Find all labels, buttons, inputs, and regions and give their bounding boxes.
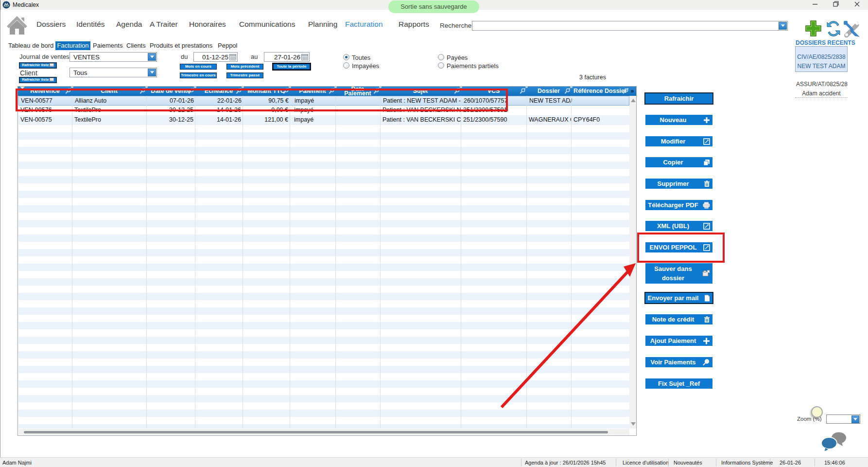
col-header-reference-dossier[interactable]: Référence Dossier [571,87,629,96]
tab-facturation[interactable]: Facturation [55,41,90,50]
col-header-sujet[interactable]: Sujet [380,87,461,96]
fix-sujet-ref-button[interactable]: Fix Sujet _Ref [645,378,712,389]
recent-dossier-item-selected[interactable]: CIV/AE/0825/2838 NEW TEST ADAM [795,46,848,72]
col-header-reference[interactable]: Référence [18,87,72,96]
mois-en-cours-button[interactable]: Mois en cours [180,64,217,70]
settings-tools-icon[interactable] [842,19,861,38]
copier-button[interactable]: Copier [645,157,712,167]
filter-loupe-icon[interactable] [623,88,628,94]
scroll-up-icon[interactable] [631,99,636,102]
nav-item-honoraires[interactable]: Honoraires [189,20,226,29]
note-de-credit-button[interactable]: Note de crédit [645,314,712,324]
supprimer-button[interactable]: Supprimer [645,179,712,189]
journal-de-ventes-select[interactable]: VENTES [69,52,157,62]
nav-item-communications[interactable]: Communications [239,20,295,29]
ajout-paiement-button[interactable]: Ajout Paiement [645,336,712,346]
status-informations-systeme[interactable]: Informations Système [721,460,773,466]
status-separator [770,459,770,467]
radio-payees[interactable] [438,54,444,60]
rafraichir-liste-client-button[interactable]: Rafraichir liste [19,77,57,83]
tab-produits-et-prestations[interactable]: Produits et prestations [150,41,212,50]
filter-loupe-icon[interactable] [236,88,242,94]
recent-dossier-name[interactable]: Adam accident [796,90,847,97]
tab-tableau-de-bord[interactable]: Tableau de bord [8,41,53,50]
rafraichir-liste-journal-button[interactable]: Rafraichir liste [19,62,57,69]
cell-reference-dossier [572,106,629,115]
nav-item-identites[interactable]: Identités [76,20,105,29]
filter-loupe-icon[interactable] [140,88,145,94]
status-nouveautes[interactable]: Nouveautés [674,460,702,466]
tab-peppol[interactable]: Peppol [218,41,237,50]
col-header-client[interactable]: Client [72,87,146,96]
vertical-scrollbar[interactable] [629,96,636,429]
calendar-icon[interactable] [301,54,308,60]
nav-item-dossiers[interactable]: Dossiers [36,20,66,29]
add-dossier-icon[interactable] [804,19,823,38]
radio-impayees[interactable] [343,62,349,69]
trimestre-en-cours-button[interactable]: Trimestre en cours [180,72,217,78]
more-columns-indicator[interactable]: » [628,87,635,96]
nav-item-a-traiter[interactable]: A Traiter [150,20,178,29]
tab-clients[interactable]: Clients [126,41,146,50]
chat-bubbles-icon[interactable] [819,431,850,452]
tab-paiements[interactable]: Paiements [93,41,122,50]
status-licence[interactable]: Licence d'utilisation [623,460,669,466]
filter-loupe-icon[interactable] [66,88,71,94]
filter-loupe-icon[interactable] [374,88,379,94]
refresh-icon[interactable] [825,20,842,37]
rafraichir-button[interactable]: Rafraichir [645,93,712,104]
col-header-vcs[interactable]: VCS [461,87,526,96]
date-du-input[interactable]: 01-12-25 [193,52,238,62]
table-row[interactable]: VEN-00576 TextilePro 30-12-25 14-01-26 0… [18,106,629,115]
col-header-montant-ttc[interactable]: Montant TTC [243,87,290,96]
col-header-dossier[interactable]: Dossier [526,87,571,96]
modifier-button[interactable]: Modifier [645,136,712,146]
calendar-icon[interactable] [229,54,236,60]
journal-dropdown-button[interactable] [148,53,156,61]
client-dropdown-button[interactable] [148,69,156,76]
maximize-button[interactable] [829,1,843,9]
radio-paiements-partiels[interactable] [438,62,444,69]
table-row[interactable]: VEN-00577 Allianz Auto 07-01-26 22-01-26… [18,96,629,106]
minimize-button[interactable] [808,1,822,9]
scroll-down-icon[interactable] [631,422,636,426]
mois-precedent-button[interactable]: Mois précédent [226,64,263,70]
zoom-select[interactable] [826,414,860,424]
filter-loupe-icon[interactable] [565,88,570,94]
search-dropdown-button[interactable] [779,22,787,30]
recent-dossier-ref[interactable]: ASSUR/AT/0825/28 [796,81,847,88]
home-icon[interactable] [5,13,29,36]
nav-item-agenda[interactable]: Agenda [116,20,142,29]
date-au-input[interactable]: 27-01-26 [264,52,310,62]
zoom-slider-knob[interactable] [811,406,823,418]
filter-loupe-icon[interactable] [329,88,334,94]
nouveau-button[interactable]: Nouveau [645,115,712,125]
filter-loupe-icon[interactable] [520,88,525,94]
nav-item-rapports[interactable]: Rapports [399,20,429,29]
col-header-date-de-vente[interactable]: Date de vente [146,87,195,96]
radio-toutes[interactable] [343,54,349,60]
filter-loupe-icon[interactable] [189,88,194,94]
voir-paiements-button[interactable]: Voir Paiements [645,357,712,367]
envoi-peppol-button[interactable]: ENVOI PEPPOL [645,242,712,252]
filter-loupe-icon[interactable] [283,88,289,94]
table-row[interactable]: VEN-00575 TextilePro 30-12-25 14-01-26 1… [18,115,629,125]
telecharger-pdf-button[interactable]: Télécharger PDF [645,200,712,210]
nav-item-planning[interactable]: Planning [308,20,337,29]
col-header-paiement[interactable]: Paiement [290,87,335,96]
zoom-dropdown-button[interactable] [851,415,859,423]
horizontal-scrollbar[interactable] [18,429,629,435]
sauver-dans-dossier-button[interactable]: Sauver dans dossier [645,263,712,284]
xml-ubl-button[interactable]: XML (UBL) [645,221,712,231]
horizontal-scroll-thumb[interactable] [24,431,608,433]
search-input[interactable] [472,21,788,31]
close-button[interactable] [850,1,864,9]
toute-la-periode-button[interactable]: Toute la période [273,64,310,70]
col-header-echeance[interactable]: Echéance [195,87,243,96]
col-header-date-paiement[interactable]: Date Paiement [335,87,380,96]
client-select[interactable]: Tous [69,68,157,77]
nav-item-facturation[interactable]: Facturation [345,20,383,29]
envoyer-par-mail-button[interactable]: Envoyer par mail [645,293,712,303]
trimestre-passe-button[interactable]: Trimestre passé [226,72,263,78]
filter-loupe-icon[interactable] [454,88,460,94]
